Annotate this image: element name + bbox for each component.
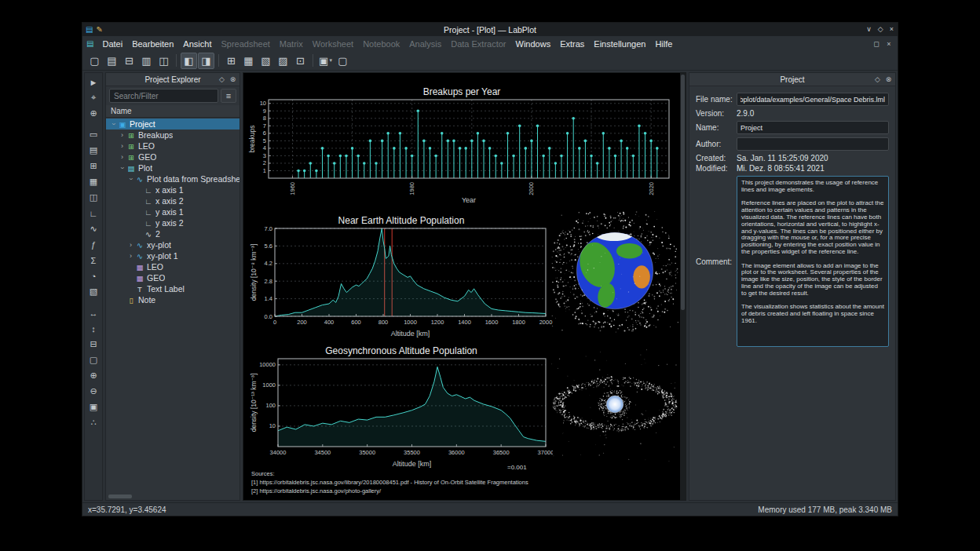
new-text-label-button[interactable]: ▢: [335, 53, 351, 69]
add-histogram-button[interactable]: ▧: [86, 285, 101, 298]
minimize-button[interactable]: ∨: [866, 26, 872, 33]
mdi-window-icon: ▤: [86, 39, 93, 48]
expander-icon[interactable]: ›: [119, 131, 126, 139]
tree-item-x-axis-1[interactable]: ∟x axis 1: [106, 184, 240, 195]
mdi-close-button[interactable]: ×: [884, 40, 894, 48]
geo-debris-image[interactable]: [551, 349, 678, 462]
add-curve-button[interactable]: ∿: [86, 222, 101, 235]
new-document-button[interactable]: ▢: [86, 53, 103, 69]
titlebar[interactable]: ▤ ✎ Project - [Plot] — LabPlot ∨ ◇ ×: [82, 23, 898, 36]
print-button[interactable]: ▥: [138, 53, 155, 69]
toggle-view-cartesian-button[interactable]: ◧: [181, 53, 197, 69]
menu-datei[interactable]: Datei: [97, 38, 127, 49]
new-plot-button[interactable]: ▣▾: [317, 53, 334, 69]
zoom-out-button[interactable]: ⊖: [86, 385, 101, 398]
select-region-button[interactable]: ▣: [86, 400, 101, 414]
tree-item-2[interactable]: ∿2: [106, 228, 240, 239]
tree-item-plot-data-from-spreadsheet[interactable]: ›∿Plot data from Spreadsheet: [106, 173, 240, 184]
add-matrix-button[interactable]: ▦: [86, 175, 101, 188]
tree-item-y-axis-2[interactable]: ∟y axis 2: [106, 217, 240, 228]
scatter-points-button[interactable]: ∴: [86, 416, 101, 429]
save-button[interactable]: ⊟: [121, 53, 137, 69]
break-layout-button[interactable]: ▨: [275, 53, 291, 69]
add-pie-chart-button[interactable]: ◔: [86, 269, 101, 283]
tree-item-y-axis-1[interactable]: ∟y axis 1: [106, 206, 240, 217]
tree-item-leo[interactable]: ▦LEO: [106, 261, 240, 272]
add-text-label-button[interactable]: ▭: [86, 128, 101, 141]
add-container-button[interactable]: ▢: [86, 353, 101, 367]
menu-bearbeiten[interactable]: Bearbeiten: [127, 38, 178, 49]
search-input[interactable]: [109, 89, 218, 103]
select-cursor-button[interactable]: ►: [86, 75, 101, 89]
tree-item-note[interactable]: ▯Note: [106, 294, 240, 305]
add-function-curve-button[interactable]: ƒ: [86, 238, 101, 251]
hscrollbar-thumb[interactable]: [108, 494, 132, 498]
zoom-y-button[interactable]: ↕: [86, 322, 101, 335]
worksheet-canvas[interactable]: 196019802000202012345678910Breakups per …: [243, 73, 680, 500]
dock-float-icon[interactable]: ◇: [218, 75, 226, 83]
zoom-select-tool-button[interactable]: ⊕: [86, 107, 101, 120]
maximize-button[interactable]: ◇: [878, 26, 883, 33]
expander-icon[interactable]: ›: [110, 121, 118, 128]
zoom-in-button[interactable]: ⊕: [86, 369, 101, 382]
tree-item-geo[interactable]: ▦GEO: [106, 272, 240, 283]
author-input[interactable]: [737, 137, 889, 151]
dock-close-icon[interactable]: ⊗: [884, 75, 893, 83]
expander-icon[interactable]: ›: [127, 176, 135, 183]
geo-chart[interactable]: 3400034500350003550036000365003700010100…: [250, 345, 553, 469]
tree-item-xy-plot-1[interactable]: ›∿xy-plot 1: [106, 250, 240, 261]
tree-item-x-axis-2[interactable]: ∟x axis 2: [106, 195, 240, 206]
toggle-view-grid-button[interactable]: ◨: [198, 53, 214, 69]
file-name-input[interactable]: [737, 93, 889, 106]
tree-column-header[interactable]: Name: [106, 105, 240, 118]
close-button[interactable]: ×: [890, 26, 894, 33]
expander-icon[interactable]: ›: [127, 252, 134, 260]
crosshair-tool-button[interactable]: ⌖: [86, 91, 101, 104]
menu-extras[interactable]: Extras: [555, 38, 589, 49]
near-earth-chart[interactable]: 02004006008001000120014001600180020000.0…: [250, 214, 553, 338]
tree-item-plot[interactable]: ›▤Plot: [106, 162, 240, 173]
mdi-restore-button[interactable]: ◻: [872, 40, 881, 48]
add-image-button[interactable]: ◫: [86, 191, 101, 204]
filter-options-button[interactable]: ≡: [221, 89, 236, 103]
add-axis-button[interactable]: ∟: [86, 206, 101, 220]
remove-element-button[interactable]: ⊟: [86, 338, 101, 351]
comment-box[interactable]: This project demonstrates the usage of r…: [737, 176, 889, 347]
open-file-button[interactable]: ▤: [104, 53, 120, 69]
explorer-hscrollbar[interactable]: [106, 493, 240, 500]
dock-close-icon[interactable]: ⊗: [229, 75, 237, 83]
print-preview-button[interactable]: ◫: [155, 53, 172, 69]
add-plot-template-button[interactable]: ⊞: [86, 159, 101, 173]
add-plot-button[interactable]: ▤: [86, 144, 101, 157]
project-explorer-header[interactable]: Project Explorer ◇ ⊗: [106, 73, 240, 86]
vscrollbar-thumb[interactable]: [681, 75, 685, 310]
tree-item-leo[interactable]: ›⊞LEO: [106, 140, 240, 151]
tree-item-geo[interactable]: ›⊞GEO: [106, 151, 240, 162]
layout-vertical-button[interactable]: ⊞: [223, 53, 240, 69]
tree-item-xy-plot[interactable]: ›∿xy-plot: [106, 239, 240, 250]
add-statistics-button[interactable]: Σ: [86, 254, 101, 267]
expander-icon[interactable]: ›: [119, 165, 126, 172]
tree-item-project[interactable]: ›▣Project: [106, 119, 240, 130]
layout-grid-button[interactable]: ▧: [258, 53, 274, 69]
layout-horizontal-button[interactable]: ▦: [240, 53, 257, 69]
zoom-x-button[interactable]: ↔: [86, 306, 101, 319]
select-all-button[interactable]: ⊡: [292, 53, 309, 69]
name-input[interactable]: [737, 121, 889, 134]
tree-item-text-label[interactable]: TText Label: [106, 283, 240, 294]
worksheet-vscrollbar[interactable]: [680, 73, 686, 500]
breakups-chart[interactable]: 196019802000202012345678910Breakups per …: [248, 86, 675, 205]
expander-icon[interactable]: ›: [127, 241, 134, 249]
worksheet-view[interactable]: 196019802000202012345678910Breakups per …: [243, 72, 686, 501]
expander-icon[interactable]: ›: [119, 153, 126, 161]
leo-debris-image[interactable]: [551, 211, 678, 334]
menu-windows[interactable]: Windows: [511, 38, 556, 49]
tree-item-breakups[interactable]: ›⊞Breakups: [106, 130, 240, 140]
menu-einstellungen[interactable]: Einstellungen: [589, 38, 650, 49]
properties-header[interactable]: Project ◇ ⊗: [689, 73, 895, 86]
menu-hilfe[interactable]: Hilfe: [650, 38, 677, 49]
expander-icon[interactable]: ›: [119, 142, 126, 150]
menu-ansicht[interactable]: Ansicht: [178, 38, 216, 49]
dock-float-icon[interactable]: ◇: [873, 75, 882, 83]
dropdown-arrow-icon[interactable]: ▾: [329, 57, 332, 64]
